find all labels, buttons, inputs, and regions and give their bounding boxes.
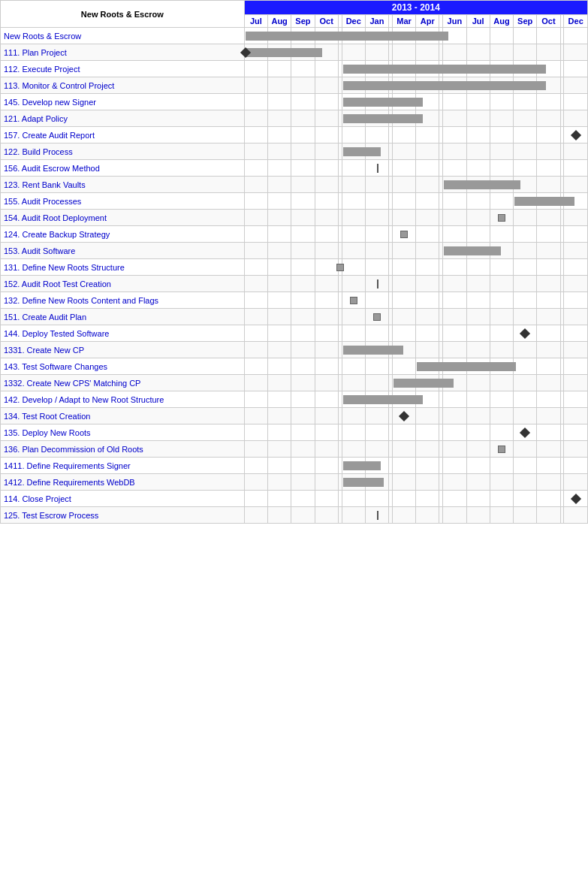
gantt-cell xyxy=(244,143,267,160)
gantt-cell xyxy=(244,243,267,259)
gantt-cell xyxy=(342,193,365,210)
gantt-cell xyxy=(564,28,588,44)
task-link[interactable]: 144. Deploy Tested Software xyxy=(4,329,109,338)
task-label[interactable]: 134. Test Root Creation xyxy=(1,408,245,424)
task-label[interactable]: 125. Test Escrow Process xyxy=(1,507,245,524)
task-label[interactable]: New Roots & Escrow xyxy=(1,28,245,44)
task-link[interactable]: 1332. Create New CPS' Matching CP xyxy=(4,379,140,388)
gantt-cell xyxy=(490,94,513,110)
gantt-cell xyxy=(392,408,415,424)
task-label[interactable]: 135. Deploy New Roots xyxy=(1,424,245,441)
task-label[interactable]: 114. Close Project xyxy=(1,491,245,507)
task-label[interactable]: 121. Adapt Policy xyxy=(1,110,245,127)
task-link[interactable]: 157. Create Audit Report xyxy=(4,131,95,140)
task-row: 1332. Create New CPS' Matching CP xyxy=(1,375,588,391)
task-row: New Roots & Escrow xyxy=(1,28,588,44)
task-label[interactable]: 123. Rent Bank Vaults xyxy=(1,177,245,193)
gantt-cell xyxy=(342,259,365,276)
task-label[interactable]: 151. Create Audit Plan xyxy=(1,309,245,325)
gantt-cell xyxy=(514,94,537,110)
task-label[interactable]: 144. Deploy Tested Software xyxy=(1,325,245,342)
task-link[interactable]: 112. Execute Project xyxy=(4,65,80,74)
gantt-cell xyxy=(244,292,267,309)
task-link[interactable]: 125. Test Escrow Process xyxy=(4,511,98,520)
milestone-element xyxy=(520,328,530,338)
gantt-cell xyxy=(291,259,315,276)
gantt-cell xyxy=(392,193,415,210)
gantt-cell xyxy=(490,193,513,210)
task-label[interactable]: 1331. Create New CP xyxy=(1,342,245,358)
task-link[interactable]: 113. Monitor & Control Project xyxy=(4,81,114,90)
task-row: 111. Plan Project xyxy=(1,44,588,61)
task-label[interactable]: 122. Build Process xyxy=(1,143,245,160)
gantt-cell xyxy=(291,391,315,408)
task-link[interactable]: 135. Deploy New Roots xyxy=(4,428,91,437)
task-link[interactable]: 143. Test Software Changes xyxy=(4,362,107,371)
task-link[interactable]: 114. Close Project xyxy=(4,494,71,503)
task-link[interactable]: 123. Rent Bank Vaults xyxy=(4,180,86,189)
task-label[interactable]: 156. Audit Escrow Method xyxy=(1,160,245,177)
task-link[interactable]: 134. Test Root Creation xyxy=(4,412,90,421)
gantt-cell xyxy=(537,507,560,524)
task-link[interactable]: 136. Plan Decommission of Old Roots xyxy=(4,445,143,454)
task-label[interactable]: 1412. Define Requirements WebDB xyxy=(1,474,245,491)
task-label[interactable]: 145. Develop new Signer xyxy=(1,94,245,110)
gantt-cell xyxy=(514,458,537,474)
task-label[interactable]: 132. Define New Roots Content and Flags xyxy=(1,292,245,309)
task-link[interactable]: 1411. Define Requirements Signer xyxy=(4,461,131,470)
task-label[interactable]: 124. Create Backup Strategy xyxy=(1,226,245,243)
task-label[interactable]: 157. Create Audit Report xyxy=(1,127,245,143)
gantt-cell xyxy=(342,160,365,177)
gantt-cell xyxy=(291,276,315,292)
gantt-cell xyxy=(291,491,315,507)
gantt-cell xyxy=(537,358,560,375)
gantt-cell xyxy=(392,243,415,259)
task-label[interactable]: 142. Develop / Adapt to New Root Structu… xyxy=(1,391,245,408)
task-link[interactable]: 142. Develop / Adapt to New Root Structu… xyxy=(4,395,164,404)
task-link[interactable]: 1412. Define Requirements WebDB xyxy=(4,478,135,487)
gantt-cell xyxy=(416,424,439,441)
task-label[interactable]: 153. Audit Software xyxy=(1,243,245,259)
gantt-cell xyxy=(315,94,338,110)
task-label[interactable]: 154. Audit Root Deployment xyxy=(1,210,245,226)
gantt-cell xyxy=(416,458,439,474)
task-link[interactable]: 111. Plan Project xyxy=(4,48,67,57)
gantt-cell xyxy=(342,408,365,424)
task-label[interactable]: 143. Test Software Changes xyxy=(1,358,245,375)
gantt-cell xyxy=(537,325,560,342)
task-link[interactable]: 152. Audit Root Test Creation xyxy=(4,279,111,288)
task-link[interactable]: 124. Create Backup Strategy xyxy=(4,230,110,239)
task-link[interactable]: 132. Define New Roots Content and Flags xyxy=(4,296,158,305)
task-link[interactable]: 122. Build Process xyxy=(4,147,73,156)
month-mar-2014: Mar xyxy=(392,15,415,28)
gantt-cell xyxy=(490,28,513,44)
task-label[interactable]: 131. Define New Roots Structure xyxy=(1,259,245,276)
task-link[interactable]: 156. Audit Escrow Method xyxy=(4,164,100,173)
task-label[interactable]: 152. Audit Root Test Creation xyxy=(1,276,245,292)
gantt-cell xyxy=(315,292,338,309)
task-link[interactable]: 1331. Create New CP xyxy=(4,346,84,355)
task-label[interactable]: 111. Plan Project xyxy=(1,44,245,61)
gantt-cell xyxy=(443,458,466,474)
task-link[interactable]: 121. Adapt Policy xyxy=(4,114,68,123)
gantt-cell xyxy=(490,110,513,127)
gantt-cell xyxy=(537,424,560,441)
task-label[interactable]: 155. Audit Processes xyxy=(1,193,245,210)
task-link[interactable]: 154. Audit Root Deployment xyxy=(4,213,107,222)
task-link[interactable]: 131. Define New Roots Structure xyxy=(4,263,125,272)
task-link[interactable]: 155. Audit Processes xyxy=(4,197,81,206)
gantt-cell xyxy=(564,226,588,243)
task-label[interactable]: 1332. Create New CPS' Matching CP xyxy=(1,375,245,391)
gantt-cell xyxy=(365,325,388,342)
task-label[interactable]: 113. Monitor & Control Project xyxy=(1,77,245,94)
task-label[interactable]: 136. Plan Decommission of Old Roots xyxy=(1,441,245,458)
task-link[interactable]: 151. Create Audit Plan xyxy=(4,313,86,322)
gantt-cell xyxy=(514,391,537,408)
gantt-cell xyxy=(244,193,267,210)
task-label[interactable]: 112. Execute Project xyxy=(1,61,245,77)
task-link[interactable]: New Roots & Escrow xyxy=(4,32,81,41)
task-link[interactable]: 153. Audit Software xyxy=(4,246,75,255)
gantt-cell xyxy=(365,424,388,441)
task-label[interactable]: 1411. Define Requirements Signer xyxy=(1,458,245,474)
task-link[interactable]: 145. Develop new Signer xyxy=(4,98,96,107)
